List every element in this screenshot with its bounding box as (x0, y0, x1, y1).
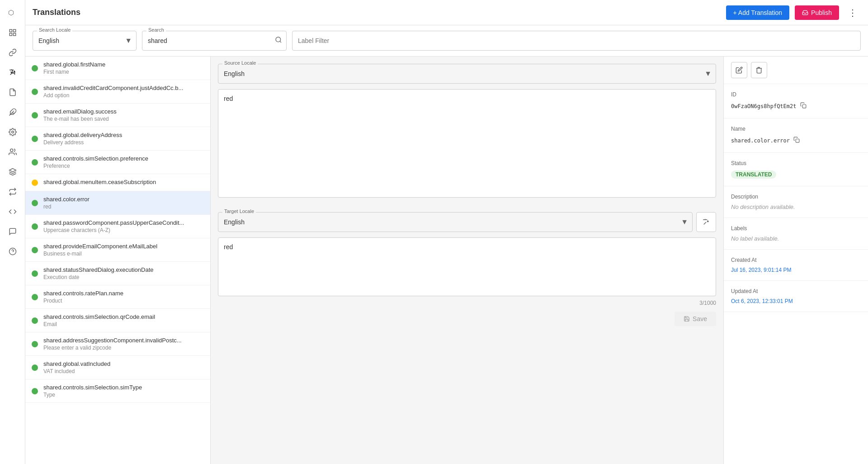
id-section: ID 0wFzaON6gs8hpfQtEm2t (724, 84, 868, 118)
edit-icon (736, 66, 743, 74)
right-panel: ID 0wFzaON6gs8hpfQtEm2t Name shared.colo… (723, 57, 868, 464)
save-icon (684, 316, 690, 322)
status-dot (32, 223, 38, 230)
source-text-display: red (218, 89, 716, 198)
source-locale-field: Source Locale English ▼ (218, 64, 716, 84)
description-label: Description (731, 194, 861, 200)
list-item[interactable]: shared.passwordComponent.passUpperCaseCo… (25, 215, 210, 238)
description-value: No description available. (731, 204, 861, 210)
list-item-value: The e-mail has been saved (43, 116, 203, 122)
sidebar-icon-settings[interactable] (4, 123, 22, 141)
source-locale-select[interactable]: English (218, 64, 716, 84)
copy-id-button[interactable] (799, 101, 807, 111)
list-item-value: Email (43, 321, 203, 327)
list-item-key: shared.global.deliveryAddress (43, 132, 203, 138)
label-filter-input[interactable] (292, 31, 861, 51)
sidebar-icon-document[interactable] (4, 83, 22, 101)
list-item[interactable]: shared.statusSharedDialog.executionDateE… (25, 262, 210, 285)
list-item-key: shared.provideEmailComponent.eMailLabel (43, 243, 203, 250)
more-options-button[interactable]: ⋮ (844, 5, 861, 20)
sidebar-icon-dashboard[interactable] (4, 24, 22, 42)
sidebar-icon-code[interactable] (4, 203, 22, 221)
updated-at-label: Updated At (731, 288, 861, 294)
target-locale-label: Target Locale (222, 208, 256, 214)
created-at-section: Created At Jul 16, 2023, 9:01:14 PM (724, 250, 868, 281)
list-item-key: shared.global.menuItem.ceaseSubscription (43, 179, 203, 185)
search-locale-label: Search Locale (37, 27, 72, 33)
name-copy-row: shared.color.error (731, 136, 861, 145)
target-text-input[interactable]: red (218, 237, 716, 296)
search-locale-select[interactable]: English (33, 31, 137, 51)
sidebar-icon-layers[interactable] (4, 163, 22, 181)
sidebar-icon-arrows[interactable] (4, 183, 22, 201)
name-section: Name shared.color.error (724, 118, 868, 153)
list-item[interactable]: shared.controls.simSelection.preferenceP… (25, 151, 210, 174)
save-row: Save (218, 312, 716, 326)
svg-rect-30 (796, 139, 799, 142)
list-item[interactable]: shared.global.deliveryAddressDelivery ad… (25, 127, 210, 151)
right-panel-toolbar (724, 57, 868, 84)
publish-icon (802, 9, 808, 16)
save-label: Save (693, 315, 707, 322)
description-section: Description No description available. (724, 186, 868, 218)
search-icon (275, 36, 282, 45)
list-item-key: shared.color.error (43, 196, 203, 203)
list-item[interactable]: shared.global.menuItem.ceaseSubscription (25, 174, 210, 191)
save-button[interactable]: Save (675, 312, 716, 326)
status-dot (32, 136, 38, 142)
target-section: Target Locale English ▼ red 3/1000 (211, 205, 723, 464)
list-item-key: shared.passwordComponent.passUpperCaseCo… (43, 219, 203, 226)
publish-button[interactable]: Publish (795, 5, 839, 20)
list-item[interactable]: shared.emailDialog.successThe e-mail has… (25, 104, 210, 127)
name-label: Name (731, 126, 861, 132)
target-locale-field: Target Locale English ▼ (218, 212, 693, 232)
list-item-value: Business e-mail (43, 251, 203, 257)
list-item-value: Please enter a valid zipcode (43, 345, 203, 351)
list-item[interactable]: shared.controls.simSelection.simTypeType (25, 379, 210, 403)
list-item[interactable]: shared.global.firstNameFirst name (25, 57, 210, 80)
list-item[interactable]: shared.color.errorred (25, 191, 210, 215)
sidebar-icon-logo[interactable]: ⬡ (4, 4, 22, 22)
list-item-value: Add option (43, 92, 203, 99)
source-section: Source Locale English ▼ red (211, 57, 723, 205)
delete-button[interactable] (751, 62, 767, 78)
target-locale-select[interactable]: English (218, 212, 693, 232)
search-label: Search (146, 27, 166, 33)
search-input[interactable] (142, 31, 287, 51)
copy-name-button[interactable] (793, 136, 801, 145)
status-dot (32, 270, 38, 277)
sidebar-icon-users[interactable] (4, 143, 22, 161)
sidebar-icon-puzzle[interactable] (4, 103, 22, 121)
auto-translate-button[interactable] (696, 212, 716, 232)
sidebar-icon-translate[interactable] (4, 63, 22, 81)
sidebar-icon-help[interactable] (4, 242, 22, 260)
sidebar-icon-link[interactable] (4, 43, 22, 62)
add-translation-button[interactable]: + Add Translation (726, 5, 790, 20)
list-item-key: shared.invalidCreditCardComponent.justAd… (43, 85, 203, 91)
status-dot (32, 200, 38, 206)
search-locale-field: Search Locale English ▼ (33, 31, 137, 51)
list-item-key: shared.controls.simSelection.qrCode.emai… (43, 313, 203, 320)
svg-marker-10 (9, 169, 16, 172)
svg-point-9 (10, 149, 13, 152)
list-item[interactable]: shared.addressSuggestionComponent.invali… (25, 332, 210, 356)
status-dot (32, 180, 38, 186)
list-panel: shared.global.firstNameFirst nameshared.… (25, 57, 211, 464)
list-item-key: shared.controls.simSelection.preference (43, 155, 203, 162)
list-item-key: shared.addressSuggestionComponent.invali… (43, 337, 203, 344)
edit-button[interactable] (731, 62, 747, 78)
list-item-value: red (43, 204, 203, 210)
labels-label: Labels (731, 225, 861, 232)
sidebar-icon-chat[interactable] (4, 223, 22, 241)
list-item[interactable]: shared.controls.ratePlan.nameProduct (25, 285, 210, 309)
list-item[interactable]: shared.provideEmailComponent.eMailLabelB… (25, 238, 210, 262)
source-locale-label: Source Locale (222, 60, 258, 66)
filter-bar: Search Locale English ▼ Search (25, 25, 868, 57)
list-item-key: shared.statusSharedDialog.executionDate (43, 266, 203, 273)
list-item[interactable]: shared.invalidCreditCardComponent.justAd… (25, 80, 210, 104)
list-item[interactable]: shared.controls.simSelection.qrCode.emai… (25, 309, 210, 332)
updated-at-value: Oct 6, 2023, 12:33:01 PM (731, 298, 861, 304)
list-item[interactable]: shared.global.vatIncludedVAT included (25, 356, 210, 379)
list-item-key: shared.controls.ratePlan.name (43, 290, 203, 297)
status-dot (32, 365, 38, 371)
